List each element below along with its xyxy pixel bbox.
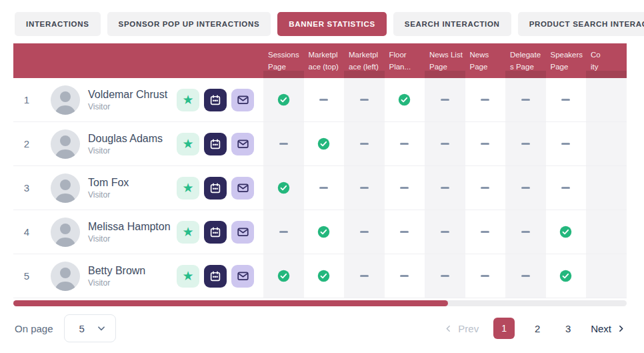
next-label: Next [591,323,611,334]
column-header-line: s Page [510,61,545,73]
dash-icon [360,231,369,233]
message-button[interactable] [231,265,254,288]
message-button[interactable] [231,89,254,111]
message-button[interactable] [231,221,254,244]
row-actions: ★ [177,177,254,200]
stat-cell-no [465,166,506,210]
horizontal-scrollbar[interactable] [13,300,627,306]
attendee-role: Visitor [88,234,171,244]
page-button-1[interactable]: 1 [493,318,515,339]
dash-icon [561,187,570,189]
column-header: Delegates Page [505,43,546,78]
stat-cell-yes [263,78,304,121]
column-header-line: ity [591,61,625,73]
tab-search-interaction[interactable]: SEARCH INTERACTION [393,12,511,36]
stat-cell-no [385,210,425,254]
dash-icon [441,275,449,277]
calendar-button[interactable] [204,177,227,200]
column-header-line: News List [429,49,464,61]
attendee-role: Visitor [88,190,129,200]
star-icon: ★ [182,270,193,282]
check-circle-icon [398,93,411,106]
favorite-star-button[interactable]: ★ [177,221,199,244]
table-header-spacer [13,43,263,78]
column-header-line: Page [470,61,505,73]
page-button-2[interactable]: 2 [529,318,545,339]
tab-interactions[interactable]: INTERACTIONS [15,12,101,36]
column-header: SessionsPage [263,43,304,78]
dash-icon [360,187,369,189]
stat-cell-no [344,166,385,210]
favorite-star-button[interactable]: ★ [177,89,199,111]
tab-bar: INTERACTIONSSPONSOR POP UP INTERACTIONSB… [15,12,635,36]
prev-page-button[interactable]: Prev [444,323,479,334]
stat-cell-no [425,78,465,121]
calendar-button[interactable] [204,89,227,111]
stat-cell-no [263,210,304,254]
next-page-button[interactable]: Next [591,323,625,334]
dash-icon [561,143,570,145]
stat-cells [263,78,627,121]
tab-product-search-interaction[interactable]: PRODUCT SEARCH INTERACTION [518,12,644,36]
chevron-left-icon [444,324,453,333]
calendar-button[interactable] [204,265,227,288]
check-circle-icon [559,270,572,282]
star-icon: ★ [182,137,193,150]
table-row: 5 Betty Brown Visitor ★ [13,254,627,298]
table-header: SessionsPageMarketplace (top)Marketplace… [13,43,627,78]
message-button[interactable] [231,177,254,200]
column-header-line: Co [591,49,625,61]
tab-sponsor-pop-up-interactions[interactable]: SPONSOR POP UP INTERACTIONS [107,12,271,36]
stat-cell-no [465,254,506,298]
calendar-icon [209,270,221,282]
avatar [51,173,80,203]
avatar [51,218,80,247]
stat-cell-no [546,166,587,210]
attendee-name: Voldemar Chrust [88,88,167,101]
dash-icon [521,143,530,145]
column-header: FloorPlan... [385,43,425,78]
avatar [51,85,80,115]
banner-statistics-table: SessionsPageMarketplace (top)Marketplace… [13,43,627,306]
per-page-value: 5 [79,323,85,334]
column-header-line: Page [429,61,464,73]
pagination-bar: On page 5 Prev 1 2 3 Next [15,314,625,343]
column-header-line: Floor [389,49,424,61]
horizontal-scrollbar-thumb[interactable] [13,300,448,306]
calendar-button[interactable] [204,133,227,155]
check-circle-icon [317,226,330,238]
check-circle-icon [277,270,290,282]
row-number: 1 [13,94,40,105]
table-body: 1 Voldemar Chrust Visitor ★ 2 [13,78,627,298]
chevron-right-icon [617,324,625,333]
table-row: 1 Voldemar Chrust Visitor ★ [13,78,627,122]
pager: Prev 1 2 3 Next [444,318,625,339]
per-page-select[interactable]: 5 [64,314,116,342]
stat-cell-no [505,254,546,298]
favorite-star-button[interactable]: ★ [177,177,199,200]
attendee-name: Betty Brown [88,264,145,277]
tab-banner-statistics[interactable]: BANNER STATISTICS [277,12,387,36]
dash-icon [481,231,489,233]
attendee-cell: 1 Voldemar Chrust Visitor ★ [13,78,263,121]
column-header-line: Page [268,61,303,73]
calendar-icon [209,182,221,194]
dash-icon [481,143,489,145]
favorite-star-button[interactable]: ★ [177,133,199,155]
favorite-star-button[interactable]: ★ [177,265,199,288]
calendar-button[interactable] [204,221,227,244]
attendee-info: Tom Fox Visitor [88,176,129,200]
dash-icon [360,275,369,277]
dash-icon [521,187,530,189]
stat-cell-yes [304,210,345,254]
check-circle-icon [559,226,572,238]
stat-cell-empty [586,254,627,298]
dash-icon [400,187,409,189]
row-actions: ★ [177,221,254,244]
attendee-name: Tom Fox [88,176,129,189]
page-button-3[interactable]: 3 [560,318,576,339]
message-button[interactable] [231,133,254,155]
check-circle-icon [317,137,330,150]
row-number: 3 [13,182,40,194]
stat-cell-no [263,122,304,165]
